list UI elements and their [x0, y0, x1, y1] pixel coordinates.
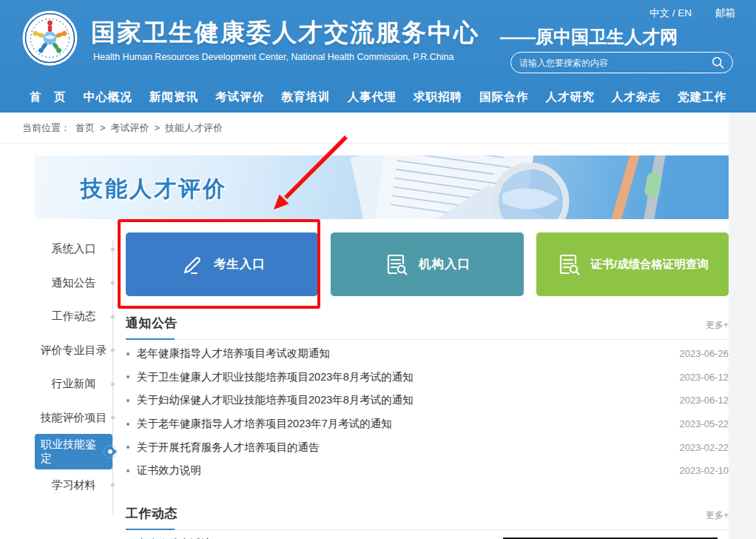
list-item[interactable]: 考生在线考试流程2023-05-04 — [126, 532, 499, 539]
list-item-date: 2023-05-22 — [680, 418, 729, 429]
breadcrumb-item[interactable]: 考试评价 — [111, 121, 149, 135]
bullet-icon — [126, 469, 129, 472]
site-subtitle-en: Health Human Resources Development Cente… — [93, 52, 454, 62]
language-switch-link[interactable]: 中文 / EN — [649, 7, 692, 20]
sidebar-item[interactable]: 技能评价项目 — [35, 401, 112, 435]
sidebar-item[interactable]: 评价专业目录 — [35, 334, 112, 368]
breadcrumb-separator: > — [155, 122, 161, 133]
sidebar-item-label: 职业技能鉴定 — [35, 434, 112, 469]
sidebar-item[interactable]: 通知公告 — [35, 267, 112, 301]
breadcrumb: 当前位置：首页>考试评价>技能人才评价 — [0, 113, 756, 144]
page-content: 技能人才评价 系统入口通知公告工作动态评价专业目录行业新闻技能评价项目职业技能鉴… — [35, 155, 729, 539]
search-input[interactable] — [519, 58, 712, 68]
sidebar-item-label: 技能评价项目 — [41, 411, 107, 425]
list-item-link[interactable]: 证书效力说明 — [137, 463, 672, 478]
more-link[interactable]: 更多+ — [706, 319, 729, 332]
bullet-icon — [126, 399, 129, 402]
site-header: 国家卫生健康委人才交流服务中心 Health Human Resources D… — [0, 0, 756, 113]
pencil-icon — [179, 252, 204, 277]
list-item[interactable]: 关于卫生健康人才职业技能培养项目2023年8月考试的通知2023-06-12 — [126, 366, 729, 389]
search-icon[interactable] — [712, 56, 724, 69]
list-item-date: 2023-06-26 — [680, 348, 729, 359]
section-title: 工作动态 — [126, 505, 178, 522]
breadcrumb-label: 当前位置： — [22, 121, 70, 135]
sidebar-item-label: 学习材料 — [52, 478, 96, 492]
entry-buttons: 考生入口 机构入口 — [126, 232, 729, 296]
list-item-link[interactable]: 关于卫生健康人才职业技能培养项目2023年8月考试的通知 — [137, 370, 672, 384]
sidebar-item[interactable]: 工作动态 — [35, 300, 112, 334]
nav-item[interactable]: 中心概况 — [84, 90, 132, 105]
bullet-icon — [126, 446, 129, 449]
list-item-link[interactable]: 老年健康指导人才培养项目考试改期通知 — [137, 346, 672, 361]
bullet-icon — [126, 375, 129, 378]
page-right-gutter — [729, 113, 756, 539]
entry-button-label: 证书/成绩合格证明查询 — [591, 257, 709, 272]
sidebar-item[interactable]: 职业技能鉴定 — [35, 435, 112, 469]
nav-item[interactable]: 求职招聘 — [414, 90, 462, 105]
bullet-icon — [126, 423, 129, 426]
doc-search-icon — [556, 252, 581, 277]
list-item[interactable]: 证书效力说明2023-02-10 — [126, 459, 729, 483]
breadcrumb-separator: > — [100, 122, 106, 133]
active-item-marker-icon — [106, 447, 115, 456]
examinee-entry-button[interactable]: 考生入口 — [126, 232, 318, 296]
nav-item[interactable]: 人才杂志 — [612, 90, 661, 105]
section-banner: 技能人才评价 — [35, 155, 729, 219]
banner-decoration-art-icon — [314, 155, 729, 219]
sidebar-item-label: 行业新闻 — [52, 377, 96, 391]
nav-item[interactable]: 人事代理 — [348, 90, 396, 105]
top-links: 中文 / EN 邮箱 — [649, 7, 735, 20]
section-header: 工作动态 更多+ — [126, 505, 729, 530]
nav-item[interactable]: 党建工作 — [678, 90, 726, 105]
sidebar-item[interactable]: 行业新闻 — [35, 367, 112, 401]
sidebar-item-label: 通知公告 — [52, 276, 96, 290]
bullet-icon — [126, 352, 129, 355]
doc-search-icon — [384, 252, 409, 277]
section-header: 通知公告 更多+ — [126, 315, 729, 340]
mailbox-link[interactable]: 邮箱 — [715, 7, 735, 20]
main-nav: 首 页中心概况新闻资讯考试评价教育培训人事代理求职招聘国际合作人才研究人才杂志党… — [0, 81, 756, 113]
list-item[interactable]: 关于开展托育服务人才培养项目的通告2023-02-22 — [126, 435, 729, 459]
work-news-section: 工作动态 更多+ 考生在线考试流程2023-05-04 — [126, 505, 729, 539]
nav-item[interactable]: 考试评价 — [215, 90, 264, 105]
breadcrumb-item[interactable]: 首页 — [75, 121, 95, 135]
breadcrumb-item[interactable]: 技能人才评价 — [165, 121, 223, 135]
list-item-date: 2023-06-12 — [680, 395, 729, 406]
list-item[interactable]: 关于老年健康指导人才培养项目2023年7月考试的通知2023-05-22 — [126, 412, 729, 436]
nav-item[interactable]: 新闻资讯 — [149, 90, 198, 105]
list-item-link[interactable]: 关于开展托育服务人才培养项目的通告 — [137, 441, 672, 455]
sidebar-item-label: 评价专业目录 — [41, 344, 107, 358]
page-title: 技能人才评价 — [81, 174, 227, 204]
nav-item[interactable]: 教育培训 — [282, 90, 331, 105]
notice-section: 通知公告 更多+ 老年健康指导人才培养项目考试改期通知2023-06-26关于卫… — [126, 315, 729, 483]
list-item-date: 2023-02-22 — [680, 442, 729, 453]
sidebar-item[interactable]: 系统入口 — [35, 232, 112, 267]
certificate-query-button[interactable]: 证书/成绩合格证明查询 — [536, 232, 729, 296]
list-item[interactable]: 关于妇幼保健人才职业技能培养项目2023年8月考试的通知2023-06-12 — [126, 389, 729, 412]
site-title: 国家卫生健康委人才交流服务中心 — [91, 16, 479, 50]
search-box[interactable] — [510, 52, 733, 73]
more-link[interactable]: 更多+ — [706, 509, 729, 522]
list-item-link[interactable]: 关于妇幼保健人才职业技能培养项目2023年8月考试的通知 — [137, 393, 672, 407]
list-item-date: 2023-06-12 — [680, 372, 729, 383]
list-item-date: 2023-02-10 — [680, 465, 729, 476]
nav-item[interactable]: 国际合作 — [479, 90, 528, 105]
list-item[interactable]: 老年健康指导人才培养项目考试改期通知2023-06-26 — [126, 342, 729, 366]
entry-button-label: 机构入口 — [419, 256, 470, 272]
section-title: 通知公告 — [126, 315, 178, 332]
nav-item[interactable]: 人才研究 — [546, 90, 595, 105]
nav-item[interactable]: 首 页 — [30, 90, 67, 105]
sidebar-item[interactable]: 学习材料 — [35, 469, 112, 503]
main-column: 考生入口 机构入口 — [126, 232, 729, 539]
sidebar-item-label: 工作动态 — [52, 309, 96, 324]
list-item-link[interactable]: 关于老年健康指导人才培养项目2023年7月考试的通知 — [137, 417, 672, 431]
center-logo-icon[interactable] — [21, 10, 78, 67]
former-site-name: ——原中国卫生人才网 — [500, 25, 678, 49]
institution-entry-button[interactable]: 机构入口 — [331, 232, 523, 296]
sidebar-item-label: 系统入口 — [52, 242, 96, 256]
entry-button-label: 考生入口 — [214, 256, 266, 272]
